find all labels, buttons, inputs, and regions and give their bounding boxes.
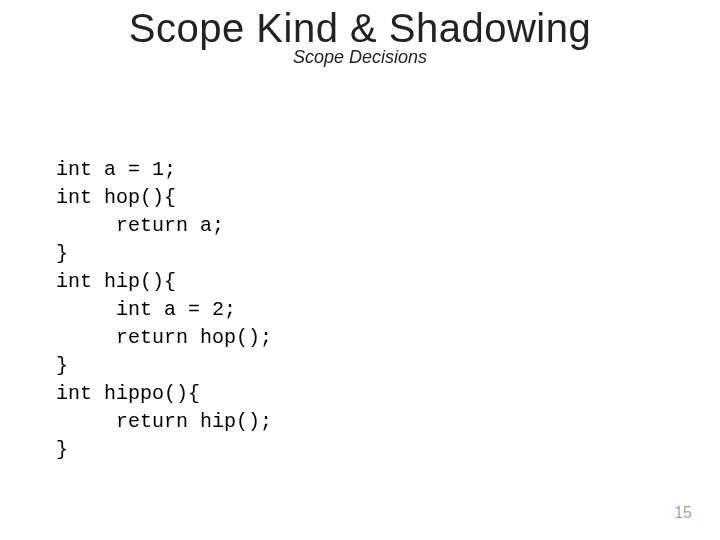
code-line: int a = 2;: [56, 298, 236, 321]
code-line: return hip();: [56, 410, 272, 433]
code-line: int hippo(){: [56, 382, 200, 405]
code-line: }: [56, 242, 68, 265]
code-line: int hop(){: [56, 186, 176, 209]
code-line: return hop();: [56, 326, 272, 349]
code-line: int a = 1;: [56, 158, 176, 181]
slide-subtitle: Scope Decisions: [0, 47, 720, 68]
slide-title: Scope Kind & Shadowing: [0, 6, 720, 51]
code-line: }: [56, 354, 68, 377]
code-line: }: [56, 438, 68, 461]
code-line: int hip(){: [56, 270, 176, 293]
code-line: return a;: [56, 214, 224, 237]
page-number: 15: [674, 504, 692, 522]
code-example: int a = 1; int hop(){ return a; } int hi…: [56, 128, 720, 464]
